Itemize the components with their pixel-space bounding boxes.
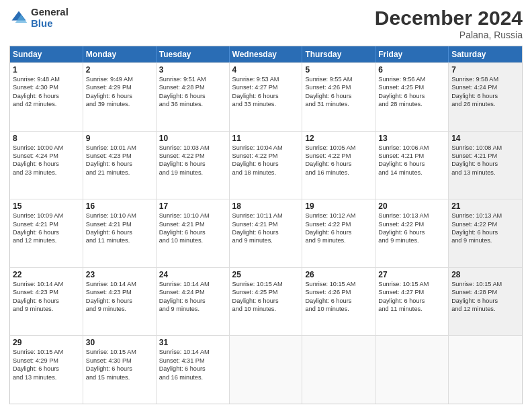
table-row: 2Sunrise: 9:49 AM Sunset: 4:29 PM Daylig… [83, 63, 157, 131]
day-number: 4 [232, 65, 300, 75]
header-day-wednesday: Wednesday [230, 46, 303, 62]
table-row: 9Sunrise: 10:01 AM Sunset: 4:23 PM Dayli… [83, 132, 157, 199]
title-location: Palana, Russia [375, 30, 523, 40]
day-number: 17 [159, 201, 226, 211]
calendar-week-5: 29Sunrise: 10:15 AM Sunset: 4:29 PM Dayl… [10, 335, 522, 404]
day-number: 2 [86, 65, 153, 75]
day-info: Sunrise: 10:14 AM Sunset: 4:31 PM Daylig… [159, 348, 226, 381]
table-row: 3Sunrise: 9:51 AM Sunset: 4:28 PM Daylig… [157, 63, 230, 131]
day-number: 26 [305, 270, 372, 279]
day-info: Sunrise: 10:08 AM Sunset: 4:21 PM Daylig… [451, 144, 519, 177]
day-number: 29 [13, 338, 80, 347]
table-row: 15Sunrise: 10:09 AM Sunset: 4:21 PM Dayl… [10, 199, 83, 267]
header-day-saturday: Saturday [449, 46, 522, 62]
day-info: Sunrise: 10:00 AM Sunset: 4:24 PM Daylig… [13, 144, 80, 177]
day-number: 22 [13, 270, 80, 279]
day-number: 7 [451, 65, 519, 75]
day-info: Sunrise: 10:03 AM Sunset: 4:22 PM Daylig… [159, 144, 226, 177]
calendar-week-2: 8Sunrise: 10:00 AM Sunset: 4:24 PM Dayli… [10, 131, 522, 199]
day-number: 12 [305, 134, 372, 143]
day-info: Sunrise: 10:15 AM Sunset: 4:25 PM Daylig… [232, 280, 300, 314]
logo: General Blue [9, 7, 69, 29]
day-number: 10 [159, 134, 226, 143]
day-number: 23 [86, 270, 153, 279]
day-info: Sunrise: 9:48 AM Sunset: 4:30 PM Dayligh… [13, 75, 80, 109]
day-info: Sunrise: 10:15 AM Sunset: 4:26 PM Daylig… [305, 280, 372, 314]
table-row: 27Sunrise: 10:15 AM Sunset: 4:27 PM Dayl… [375, 268, 449, 336]
table-row: 4Sunrise: 9:53 AM Sunset: 4:27 PM Daylig… [230, 63, 303, 131]
table-row: 30Sunrise: 10:15 AM Sunset: 4:30 PM Dayl… [83, 336, 157, 404]
day-number: 8 [13, 134, 80, 143]
logo-general: General [31, 7, 69, 18]
day-number: 6 [378, 65, 445, 75]
day-number: 30 [86, 338, 153, 347]
day-info: Sunrise: 10:05 AM Sunset: 4:22 PM Daylig… [305, 144, 372, 177]
day-number: 15 [13, 201, 80, 211]
calendar-body: 1Sunrise: 9:48 AM Sunset: 4:30 PM Daylig… [10, 62, 522, 404]
table-row: 18Sunrise: 10:11 AM Sunset: 4:21 PM Dayl… [230, 199, 303, 267]
table-row: 16Sunrise: 10:10 AM Sunset: 4:21 PM Dayl… [83, 199, 157, 267]
day-number: 20 [378, 201, 445, 211]
day-info: Sunrise: 10:14 AM Sunset: 4:23 PM Daylig… [13, 280, 80, 314]
day-info: Sunrise: 10:13 AM Sunset: 4:22 PM Daylig… [451, 212, 519, 245]
day-info: Sunrise: 9:49 AM Sunset: 4:29 PM Dayligh… [86, 75, 153, 109]
logo-icon [9, 9, 28, 28]
day-info: Sunrise: 10:15 AM Sunset: 4:27 PM Daylig… [378, 280, 445, 314]
day-info: Sunrise: 10:14 AM Sunset: 4:24 PM Daylig… [159, 280, 226, 314]
calendar-week-1: 1Sunrise: 9:48 AM Sunset: 4:30 PM Daylig… [10, 62, 522, 131]
calendar-week-3: 15Sunrise: 10:09 AM Sunset: 4:21 PM Dayl… [10, 199, 522, 267]
day-number: 24 [159, 270, 226, 279]
table-row: 17Sunrise: 10:10 AM Sunset: 4:21 PM Dayl… [157, 199, 230, 267]
day-info: Sunrise: 9:55 AM Sunset: 4:26 PM Dayligh… [305, 75, 372, 109]
day-number: 14 [451, 134, 519, 143]
day-number: 11 [232, 134, 300, 143]
table-row: 28Sunrise: 10:15 AM Sunset: 4:28 PM Dayl… [449, 268, 522, 336]
table-row: 14Sunrise: 10:08 AM Sunset: 4:21 PM Dayl… [449, 132, 522, 199]
day-number: 27 [378, 270, 445, 279]
table-row: 7Sunrise: 9:58 AM Sunset: 4:24 PM Daylig… [449, 63, 522, 131]
day-number: 28 [451, 270, 519, 279]
day-info: Sunrise: 10:06 AM Sunset: 4:21 PM Daylig… [378, 144, 445, 177]
day-number: 21 [451, 201, 519, 211]
table-row: 8Sunrise: 10:00 AM Sunset: 4:24 PM Dayli… [10, 132, 83, 199]
day-number: 31 [159, 338, 226, 347]
day-info: Sunrise: 10:15 AM Sunset: 4:30 PM Daylig… [86, 348, 153, 381]
table-row [302, 336, 375, 404]
day-info: Sunrise: 10:12 AM Sunset: 4:22 PM Daylig… [305, 212, 372, 245]
logo-blue: Blue [31, 18, 69, 30]
table-row: 21Sunrise: 10:13 AM Sunset: 4:22 PM Dayl… [449, 199, 522, 267]
day-info: Sunrise: 10:15 AM Sunset: 4:28 PM Daylig… [451, 280, 519, 314]
table-row: 5Sunrise: 9:55 AM Sunset: 4:26 PM Daylig… [302, 63, 375, 131]
calendar: SundayMondayTuesdayWednesdayThursdayFrid… [9, 46, 523, 404]
day-info: Sunrise: 9:56 AM Sunset: 4:25 PM Dayligh… [378, 75, 445, 109]
table-row [375, 336, 449, 404]
header-day-monday: Monday [83, 46, 157, 62]
table-row: 19Sunrise: 10:12 AM Sunset: 4:22 PM Dayl… [302, 199, 375, 267]
day-info: Sunrise: 10:14 AM Sunset: 4:23 PM Daylig… [86, 280, 153, 314]
day-info: Sunrise: 10:01 AM Sunset: 4:23 PM Daylig… [86, 144, 153, 177]
day-info: Sunrise: 9:58 AM Sunset: 4:24 PM Dayligh… [451, 75, 519, 109]
day-number: 3 [159, 65, 226, 75]
day-number: 1 [13, 65, 80, 75]
day-info: Sunrise: 9:53 AM Sunset: 4:27 PM Dayligh… [232, 75, 300, 109]
day-info: Sunrise: 10:13 AM Sunset: 4:22 PM Daylig… [378, 212, 445, 245]
page-header: General Blue December 2024 Palana, Russi… [9, 7, 523, 40]
day-info: Sunrise: 9:51 AM Sunset: 4:28 PM Dayligh… [159, 75, 226, 109]
day-info: Sunrise: 10:09 AM Sunset: 4:21 PM Daylig… [13, 212, 80, 245]
table-row: 26Sunrise: 10:15 AM Sunset: 4:26 PM Dayl… [302, 268, 375, 336]
table-row: 20Sunrise: 10:13 AM Sunset: 4:22 PM Dayl… [375, 199, 449, 267]
table-row: 24Sunrise: 10:14 AM Sunset: 4:24 PM Dayl… [157, 268, 230, 336]
logo-text: General Blue [31, 7, 69, 29]
day-number: 16 [86, 201, 153, 211]
day-info: Sunrise: 10:11 AM Sunset: 4:21 PM Daylig… [232, 212, 300, 245]
day-number: 9 [86, 134, 153, 143]
table-row: 11Sunrise: 10:04 AM Sunset: 4:22 PM Dayl… [230, 132, 303, 199]
table-row: 23Sunrise: 10:14 AM Sunset: 4:23 PM Dayl… [83, 268, 157, 336]
title-block: December 2024 Palana, Russia [375, 7, 523, 40]
day-number: 13 [378, 134, 445, 143]
header-day-sunday: Sunday [10, 46, 83, 62]
calendar-week-4: 22Sunrise: 10:14 AM Sunset: 4:23 PM Dayl… [10, 267, 522, 336]
table-row [449, 336, 522, 404]
table-row: 22Sunrise: 10:14 AM Sunset: 4:23 PM Dayl… [10, 268, 83, 336]
table-row: 29Sunrise: 10:15 AM Sunset: 4:29 PM Dayl… [10, 336, 83, 404]
